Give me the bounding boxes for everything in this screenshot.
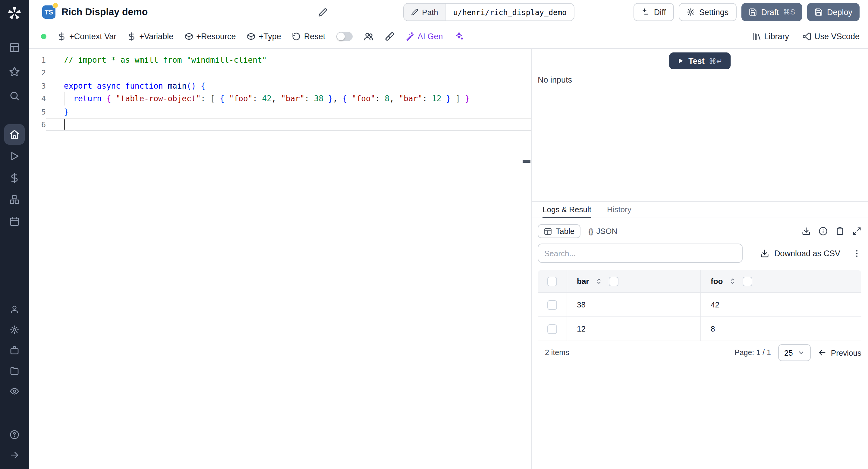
sidebar-item-variables[interactable] [4, 167, 25, 188]
deploy-save-icon [814, 8, 823, 16]
search-input[interactable] [538, 244, 743, 263]
sidebar-item-help[interactable] [4, 425, 25, 445]
sort-bar-icon[interactable] [595, 277, 603, 285]
add-variable-button[interactable]: +Variable [127, 32, 173, 41]
no-inputs-label: No inputs [538, 75, 572, 84]
table-icon [544, 227, 552, 236]
code-line[interactable]: 3export async function main() { [29, 80, 531, 93]
sidebar-item-search[interactable] [4, 86, 25, 106]
app-window: TS Rich Display demo Path Diff [0, 0, 868, 469]
sidebar-item-user[interactable] [4, 299, 25, 319]
play-icon [677, 57, 684, 64]
sidebar-expand-button[interactable] [4, 445, 25, 465]
multiplayer-toggle[interactable] [336, 32, 352, 41]
settings-button[interactable]: Settings [679, 3, 737, 21]
vscode-icon [802, 32, 811, 41]
status-dot [41, 33, 46, 39]
edit-summary-icon[interactable] [318, 7, 327, 17]
copy-result-icon[interactable] [835, 227, 844, 236]
sidebar-item-home[interactable] [4, 124, 25, 145]
line-number: 2 [29, 67, 46, 80]
wand-icon [405, 32, 414, 41]
path-chip[interactable]: Path [404, 4, 446, 21]
row-checkbox[interactable] [547, 324, 557, 334]
column-checkbox-bar[interactable] [609, 276, 618, 286]
box-icon [247, 32, 256, 41]
column-header-bar[interactable]: bar [577, 277, 589, 286]
dollar-icon [127, 32, 136, 41]
line-number: 3 [29, 80, 46, 93]
path-input[interactable] [446, 4, 574, 21]
previous-page-button[interactable]: Previous [818, 348, 861, 357]
sidebar-item-resources[interactable] [4, 189, 25, 210]
line-number: 1 [29, 54, 46, 67]
test-button[interactable]: Test ⌘↵ [669, 53, 731, 69]
table-menu-button[interactable] [852, 249, 861, 258]
ai-sparkles-icon[interactable] [454, 31, 464, 41]
draft-button[interactable]: Draft ⌘S [741, 3, 802, 21]
multiplayer-users-icon[interactable] [363, 31, 373, 41]
items-count: 2 items [538, 348, 569, 357]
reset-icon [292, 32, 301, 41]
code-line[interactable]: 1// import * as wmill from "windmill-cli… [29, 54, 531, 67]
info-icon[interactable] [818, 227, 828, 236]
sidebar [0, 0, 29, 469]
add-type-button[interactable]: +Type [247, 32, 281, 41]
ts-badge-sticker [53, 2, 59, 8]
reset-button[interactable]: Reset [292, 32, 326, 41]
windmill-logo-icon[interactable] [7, 5, 22, 21]
cell-foo: 42 [711, 300, 719, 309]
expand-result-icon[interactable] [852, 227, 861, 236]
sidebar-item-workers[interactable] [4, 340, 25, 361]
view-json-button[interactable]: {} JSON [583, 225, 623, 238]
line-number: 6 [29, 118, 46, 131]
code-line[interactable]: 6 [29, 118, 531, 131]
sort-foo-icon[interactable] [729, 277, 737, 285]
cell-bar: 12 [577, 324, 586, 333]
save-icon [748, 8, 757, 16]
select-all-checkbox[interactable] [547, 276, 557, 286]
tab-logs-result[interactable]: Logs & Result [542, 202, 591, 218]
deploy-button[interactable]: Deploy [807, 3, 860, 21]
right-panel: Test ⌘↵ No inputs Logs & Result History [532, 49, 868, 469]
script-path-group: Path [403, 3, 575, 21]
column-checkbox-foo[interactable] [743, 276, 752, 286]
table-row[interactable]: 38 42 [538, 293, 861, 317]
sidebar-item-schedules[interactable] [4, 211, 25, 231]
add-resource-button[interactable]: +Resource [184, 32, 236, 41]
add-context-var-button[interactable]: +Context Var [57, 32, 116, 41]
table-header-row: bar foo [538, 270, 861, 293]
table-row[interactable]: 12 8 [538, 317, 861, 341]
sidebar-item-runs[interactable] [4, 146, 25, 166]
braces-icon: {} [588, 227, 593, 236]
format-code-icon[interactable] [384, 31, 395, 41]
view-table-button[interactable]: Table [538, 224, 581, 238]
cell-bar: 38 [577, 300, 586, 309]
sidebar-item-settings[interactable] [4, 319, 25, 340]
sidebar-item-folders[interactable] [4, 361, 25, 381]
sidebar-item-apps[interactable] [4, 37, 25, 58]
library-button[interactable]: Library [752, 32, 789, 41]
code-line[interactable]: 5} [29, 105, 531, 118]
page-indicator: Page: 1 / 1 [735, 348, 771, 357]
line-number: 4 [29, 92, 46, 105]
header: TS Rich Display demo Path Diff [29, 0, 868, 24]
box-icon [184, 32, 193, 41]
code-line[interactable]: 4 return { "table-row-object": [ { "foo"… [29, 92, 531, 105]
ai-gen-button[interactable]: AI Gen [405, 32, 443, 41]
diff-button[interactable]: Diff [633, 3, 674, 21]
page-size-select[interactable]: 25 [778, 344, 811, 361]
use-vscode-button[interactable]: Use VScode [802, 32, 860, 41]
dollar-icon [57, 32, 66, 41]
download-result-icon[interactable] [802, 227, 811, 236]
chevron-down-icon [798, 349, 805, 356]
column-header-foo[interactable]: foo [711, 277, 723, 286]
code-line[interactable]: 2 [29, 67, 531, 80]
sidebar-item-favorites[interactable] [4, 61, 25, 82]
download-csv-button[interactable]: Download as CSV [761, 249, 840, 258]
tab-history[interactable]: History [607, 202, 631, 218]
code-editor[interactable]: 1// import * as wmill from "windmill-cli… [29, 49, 532, 469]
row-checkbox[interactable] [547, 300, 557, 310]
sidebar-item-audit-logs[interactable] [4, 381, 25, 402]
line-number: 5 [29, 105, 46, 118]
